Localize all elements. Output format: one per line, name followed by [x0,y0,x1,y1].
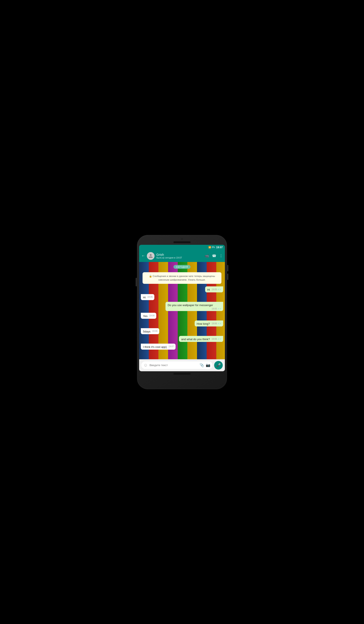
contact-name: Grish [156,253,203,256]
msg-bubble-incoming: Hi 19:05 [141,294,154,300]
msg-bubble-outgoing: Do you use wallpaper for messenger 19:05… [165,302,223,311]
chat-area: СЕГОДНЯ 🔒 Сообщения и звонки в данном ча… [139,262,225,359]
msg-time: 19:06 [149,314,155,317]
mic-icon: 🎤 [216,363,221,368]
message-row: Hi 19:05 [141,294,223,300]
msg-text: 5days [143,330,151,333]
chat-messages: СЕГОДНЯ 🔒 Сообщения и звонки в данном ча… [139,262,225,352]
top-speaker [173,241,191,243]
power-button[interactable] [136,278,137,286]
msg-time: 19:07 [168,345,174,348]
msg-meta: 19:05 [147,296,153,298]
contact-info: Grish был(-а) сегодня в 19:07 [156,253,203,259]
msg-ticks: ✓✓ [218,322,221,325]
message-row: Do you use wallpaper for messenger 19:05… [141,302,223,311]
msg-ticks: ✓✓ [218,338,221,340]
phone-screen: 📶 8% 19:07 ← Grish был(-а) сегодня в 19:… [139,245,225,371]
header-actions: 📹 ☎ ⋮ [205,254,223,258]
status-icons: 📶 8% 19:07 [208,246,223,249]
msg-meta: 19:07 [168,345,174,348]
msg-text: Hi [207,288,210,291]
msg-meta: 19:05 ✓✓ [211,288,221,291]
msg-text: I think it's cool app) [143,345,167,349]
message-row: Yes 19:06 [141,313,223,319]
video-call-button[interactable]: 📹 [205,254,209,258]
msg-bubble-incoming: 5days 19:06 [141,328,159,334]
chat-header: ← Grish был(-а) сегодня в 19:07 📹 ☎ ⋮ [139,250,225,262]
camera-button[interactable]: 📷 [206,363,210,367]
message-row: 5days 19:06 [141,328,223,334]
msg-ticks: ✓✓ [218,288,221,291]
msg-bubble-incoming: Yes 19:06 [141,313,156,319]
message-row: Hi 19:05 ✓✓ [141,286,223,292]
mic-button[interactable]: 🎤 [214,361,223,369]
emoji-button[interactable]: ☺ [143,363,148,368]
msg-time: 19:05 [211,288,217,291]
msg-bubble-outgoing: and what do you think? 19:06 ✓✓ [179,336,223,342]
volume-up-button[interactable] [227,265,228,271]
message-row: How long? 19:06 ✓✓ [141,320,223,326]
msg-text: Yes [143,314,148,318]
back-button[interactable]: ← [141,254,145,258]
msg-bubble-outgoing: How long? 19:06 ✓✓ [195,320,223,326]
msg-text: Do you use wallpaper for messenger [168,304,213,307]
time-display: 19:07 [216,246,223,249]
input-area: ☺ 📎 📷 🎤 [139,359,225,371]
msg-text: How long? [197,322,210,325]
msg-bubble-outgoing: Hi 19:05 ✓✓ [205,286,223,292]
msg-meta: 19:06 [149,314,155,317]
msg-bubble-incoming: I think it's cool app) 19:07 [141,344,176,350]
front-camera [181,238,183,240]
volume-down-button[interactable] [227,274,228,280]
avatar-person-icon [148,254,153,258]
msg-text: and what do you think? [181,338,210,341]
msg-time: 19:06 [211,338,217,340]
msg-time: 19:06 [211,322,217,325]
encryption-notice: 🔒 Сообщения и звонки в данном чате тепер… [143,272,221,284]
avatar [147,252,155,260]
msg-time: 19:05 [211,308,217,310]
message-input[interactable] [149,364,198,367]
status-bar: 📶 8% 19:07 [139,245,225,250]
msg-meta: 19:06 ✓✓ [211,322,221,325]
phone-device: 📶 8% 19:07 ← Grish был(-а) сегодня в 19:… [137,235,227,389]
msg-ticks: ✓✓ [218,307,221,310]
message-row: I think it's cool app) 19:07 [141,344,223,350]
battery-text: 8% [212,246,215,248]
msg-meta: 19:06 [152,330,157,332]
msg-meta: 19:06 ✓✓ [211,338,221,340]
message-input-container: ☺ 📎 📷 [141,362,212,369]
attach-button[interactable]: 📎 [200,363,204,367]
contact-status: был(-а) сегодня в 19:07 [156,256,203,259]
date-badge: СЕГОДНЯ [173,265,191,269]
bottom-speaker [173,373,191,375]
msg-meta: 19:05 ✓✓ [211,307,221,310]
msg-time: 19:05 [147,296,153,298]
msg-text: Hi [143,296,146,299]
message-row: and what do you think? 19:06 ✓✓ [141,336,223,342]
voice-call-button[interactable]: ☎ [212,254,216,258]
more-options-button[interactable]: ⋮ [219,254,223,258]
wifi-icon: 📶 [208,246,211,248]
msg-time: 19:06 [152,330,157,332]
